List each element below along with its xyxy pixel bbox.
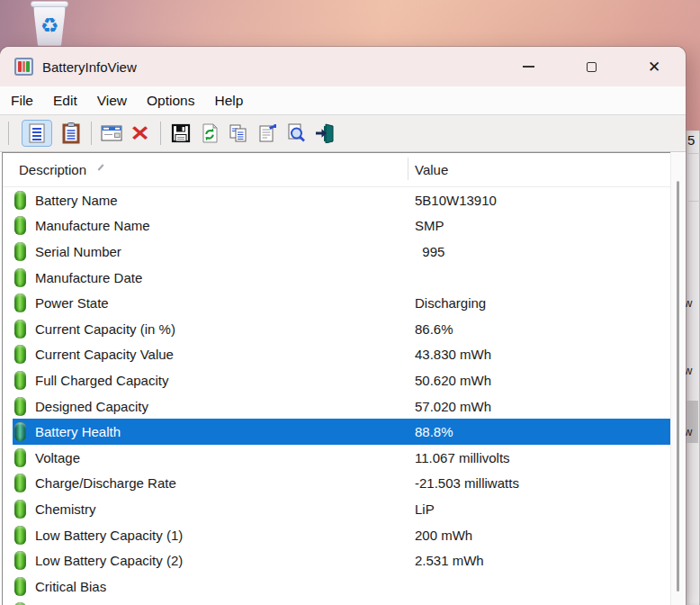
row-value: LiP (415, 501, 435, 517)
row-value: 5B10W13910 (415, 193, 497, 208)
delete-icon: ✕ (130, 123, 150, 144)
row-value: 2.531 mWh (415, 553, 484, 568)
row-label: Battery Name (35, 193, 118, 208)
menubar: File Edit View Options Help (0, 86, 686, 114)
table-row[interactable]: Serial Number 995 (3, 239, 672, 265)
exit-icon (315, 123, 335, 143)
table-row[interactable]: Critical Bias (3, 573, 672, 600)
report-view-icon (28, 123, 46, 143)
table-row[interactable]: Current Capacity Value 43.830 mWh (3, 342, 672, 368)
refresh-icon (200, 123, 220, 143)
maximize-icon (587, 62, 597, 72)
battery-icon (14, 577, 26, 596)
table-row[interactable]: Low Battery Capacity (2) 2.531 mWh (3, 547, 672, 573)
column-header-description[interactable]: Description (3, 162, 390, 177)
background-window-fragment: w (686, 364, 692, 377)
battery-icon (14, 242, 26, 261)
battery-icon (14, 293, 26, 312)
menu-help[interactable]: Help (204, 93, 253, 109)
table-row[interactable]: Power State Discharging (3, 290, 672, 316)
copy-button[interactable] (225, 121, 252, 146)
battery-icon (14, 320, 26, 339)
row-value: 50.620 mWh (415, 373, 491, 388)
recycle-bin-icon[interactable]: ♻ (23, 1, 76, 50)
menu-edit[interactable]: Edit (43, 93, 87, 109)
battery-icon (14, 268, 26, 287)
refresh-button[interactable] (196, 121, 223, 146)
close-button[interactable]: ✕ (623, 47, 686, 86)
row-label: Current Capacity Value (35, 347, 174, 362)
menu-file[interactable]: File (1, 93, 43, 109)
close-icon: ✕ (648, 59, 660, 75)
menu-view[interactable]: View (87, 93, 137, 109)
battery-icon (14, 551, 26, 570)
recycle-bin-rim (31, 1, 68, 7)
table-row[interactable]: Low Battery Capacity (1) 200 mWh (3, 522, 672, 548)
menu-options[interactable]: Options (137, 93, 204, 109)
window-controls: ✕ (497, 47, 686, 86)
recycle-bin-body: ♻ (33, 6, 66, 46)
background-window-strip: 5 w w w (686, 131, 700, 605)
report-view-button[interactable] (22, 120, 52, 147)
clipboard-icon (62, 122, 80, 144)
minimize-button[interactable] (497, 47, 560, 86)
exit-button[interactable] (311, 121, 338, 146)
minimize-icon (523, 66, 534, 68)
row-label: Chemistry (35, 501, 96, 517)
properties-icon (257, 123, 277, 143)
row-label: Voltage (35, 450, 80, 465)
desktop-background: ♻ 5 w w w BatteryInfoView ✕ File Edit Vi… (0, 0, 700, 605)
row-value: Discharging (415, 295, 486, 311)
table-row[interactable]: Battery Health 88.8% (3, 419, 672, 445)
table-row[interactable]: Designed Capacity 57.020 mWh (3, 393, 672, 420)
battery-icon (14, 397, 26, 416)
battery-icon (14, 216, 26, 235)
maximize-button[interactable] (560, 47, 623, 86)
sort-ascending-icon (98, 164, 104, 170)
row-label: Current Capacity (in %) (35, 321, 175, 337)
row-value: 11.067 millivolts (415, 450, 510, 465)
row-value: 43.830 mWh (415, 347, 491, 362)
toolbar-separator (8, 122, 9, 145)
row-label: Charge/Discharge Rate (35, 475, 176, 491)
row-label: Critical Bias (35, 579, 106, 594)
table-row[interactable]: Charge/Discharge Rate -21.503 milliwatts (3, 471, 672, 497)
advanced-options-icon (101, 125, 122, 141)
list-header: Description Value (3, 153, 684, 187)
delete-button[interactable]: ✕ (127, 121, 154, 146)
table-row[interactable]: Voltage 11.067 millivolts (3, 445, 672, 471)
titlebar[interactable]: BatteryInfoView ✕ (0, 47, 686, 86)
row-label: Power State (35, 295, 109, 311)
row-label: Full Charged Capacity (35, 373, 168, 388)
advanced-options-button[interactable] (98, 121, 125, 146)
background-window-fragment: 5 (687, 132, 695, 148)
table-row[interactable]: Chemistry LiP (3, 496, 672, 522)
table-row[interactable]: Current Capacity (in %) 86.6% (3, 316, 672, 342)
table-row[interactable]: Full Charged Capacity 50.620 mWh (3, 367, 672, 393)
save-button[interactable] (167, 121, 194, 146)
properties-button[interactable] (254, 121, 281, 146)
save-icon (171, 123, 191, 143)
table-row[interactable]: Manufacture Date (3, 265, 672, 291)
row-label: Serial Number (35, 244, 121, 259)
column-divider[interactable] (408, 158, 408, 180)
app-icon (14, 58, 33, 76)
row-value: 57.020 mWh (415, 399, 491, 414)
clipboard-button[interactable] (58, 121, 85, 146)
background-window-fragment: w (686, 296, 692, 310)
column-header-value-label: Value (415, 162, 448, 177)
scrollbar-thumb[interactable] (677, 181, 679, 591)
battery-icon (14, 422, 26, 441)
table-row[interactable]: Number of charge/discharge cycles 110 (3, 600, 672, 605)
vertical-scrollbar[interactable] (670, 152, 684, 605)
toolbar-separator (91, 122, 92, 145)
row-value: -21.503 milliwatts (415, 475, 519, 491)
window-title: BatteryInfoView (42, 59, 137, 75)
find-button[interactable] (283, 121, 310, 146)
column-header-value[interactable]: Value (415, 162, 448, 177)
toolbar-separator (160, 122, 161, 145)
row-label: Manufacture Name (35, 218, 150, 233)
table-row[interactable]: Battery Name 5B10W13910 (3, 187, 672, 213)
row-label: Low Battery Capacity (2) (35, 553, 183, 568)
table-row[interactable]: Manufacture Name SMP (3, 213, 672, 239)
